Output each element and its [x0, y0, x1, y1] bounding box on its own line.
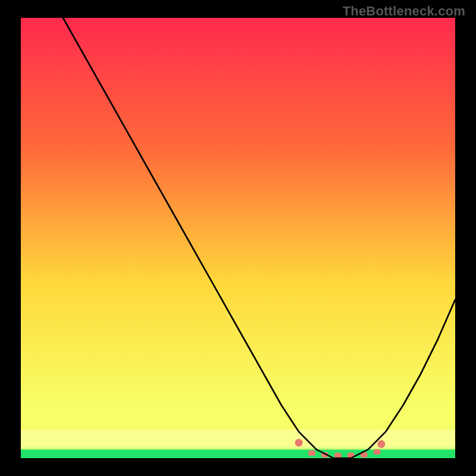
chart-plot-area [21, 18, 455, 458]
trough-end-dot [295, 439, 303, 447]
chart-stage: TheBottleneck.com [0, 0, 476, 476]
gradient-background [21, 18, 455, 458]
trough-marker [334, 453, 342, 458]
watermark-text: TheBottleneck.com [343, 4, 465, 19]
chart-svg [21, 18, 455, 458]
highlight-band [21, 430, 455, 449]
trough-marker [308, 450, 315, 456]
green-baseline [21, 450, 455, 458]
trough-marker [374, 449, 381, 455]
trough-end-dot [377, 440, 385, 448]
